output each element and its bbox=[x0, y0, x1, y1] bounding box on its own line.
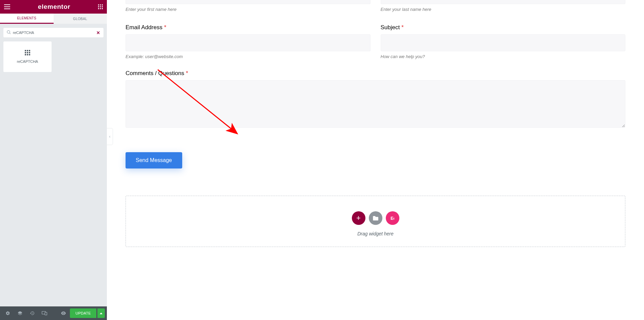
preview-icon[interactable] bbox=[58, 306, 69, 320]
widget-search[interactable]: ✕ bbox=[3, 28, 103, 37]
envato-template-button[interactable]: E‹ bbox=[386, 211, 399, 225]
svg-rect-6 bbox=[98, 8, 99, 9]
update-dropdown[interactable] bbox=[97, 308, 105, 318]
add-template-button[interactable] bbox=[369, 211, 382, 225]
search-input[interactable] bbox=[13, 31, 96, 35]
comments-label-text: Comments / Questions bbox=[126, 70, 184, 76]
dropzone-actions: + E‹ bbox=[126, 211, 625, 225]
svg-rect-7 bbox=[100, 8, 101, 9]
tab-elements[interactable]: ELEMENTS bbox=[0, 14, 54, 24]
svg-rect-3 bbox=[98, 6, 99, 7]
required-mark: * bbox=[164, 24, 166, 31]
responsive-icon[interactable] bbox=[39, 306, 50, 320]
svg-rect-4 bbox=[100, 6, 101, 7]
widget-results: reCAPTCHA bbox=[0, 41, 107, 72]
subject-hint: How can we help you? bbox=[381, 54, 626, 59]
tab-global[interactable]: GLOBAL bbox=[54, 14, 107, 24]
email-label: Email Address * bbox=[126, 24, 371, 31]
add-section-button[interactable]: + bbox=[352, 211, 365, 225]
first-name-hint: Enter your first name here bbox=[126, 7, 371, 12]
email-field[interactable] bbox=[126, 34, 371, 51]
collapse-sidebar-handle[interactable]: ‹ bbox=[107, 128, 113, 145]
sidebar-tabs: ELEMENTS GLOBAL bbox=[0, 14, 107, 24]
svg-line-10 bbox=[10, 33, 11, 34]
sidebar-topbar: elementor bbox=[0, 0, 107, 14]
settings-icon[interactable] bbox=[2, 306, 14, 320]
elementor-sidebar: elementor ELEMENTS GLOBAL ✕ bbox=[0, 0, 107, 320]
comments-label: Comments / Questions * bbox=[126, 70, 625, 77]
subject-label-text: Subject bbox=[381, 24, 400, 31]
svg-rect-12 bbox=[45, 312, 47, 315]
dropzone-hint: Drag widget here bbox=[126, 231, 625, 236]
history-icon[interactable] bbox=[26, 306, 38, 320]
menu-icon[interactable] bbox=[4, 4, 10, 9]
svg-rect-8 bbox=[102, 8, 103, 9]
email-label-text: Email Address bbox=[126, 24, 163, 31]
svg-rect-2 bbox=[102, 4, 103, 5]
contact-form: Enter your first name here Enter your la… bbox=[107, 0, 644, 168]
svg-rect-0 bbox=[98, 4, 99, 5]
sidebar-bottombar: UPDATE bbox=[0, 306, 107, 320]
update-button[interactable]: UPDATE bbox=[70, 308, 96, 318]
required-mark: * bbox=[186, 70, 188, 76]
last-name-hint: Enter your last name here bbox=[381, 7, 626, 12]
brand-logo: elementor bbox=[38, 3, 70, 11]
navigator-icon[interactable] bbox=[14, 306, 26, 320]
required-mark: * bbox=[401, 24, 404, 31]
search-icon bbox=[7, 30, 11, 36]
widget-label: reCAPTCHA bbox=[17, 59, 38, 64]
subject-field[interactable] bbox=[381, 34, 626, 51]
canvas: Enter your first name here Enter your la… bbox=[107, 0, 644, 320]
subject-label: Subject * bbox=[381, 24, 626, 31]
svg-rect-1 bbox=[100, 4, 101, 5]
svg-rect-5 bbox=[102, 6, 103, 7]
last-name-field[interactable] bbox=[381, 0, 626, 4]
first-name-field[interactable] bbox=[126, 0, 371, 4]
clear-search-icon[interactable]: ✕ bbox=[96, 30, 100, 35]
widget-recaptcha[interactable]: reCAPTCHA bbox=[3, 41, 52, 72]
send-message-button[interactable]: Send Message bbox=[126, 152, 182, 168]
svg-point-9 bbox=[7, 31, 10, 33]
apps-icon[interactable] bbox=[98, 4, 103, 9]
comments-field[interactable] bbox=[126, 80, 625, 128]
new-section-dropzone[interactable]: + E‹ Drag widget here bbox=[126, 196, 625, 247]
email-hint: Example: user@website.com bbox=[126, 54, 371, 59]
recaptcha-icon bbox=[25, 50, 30, 55]
